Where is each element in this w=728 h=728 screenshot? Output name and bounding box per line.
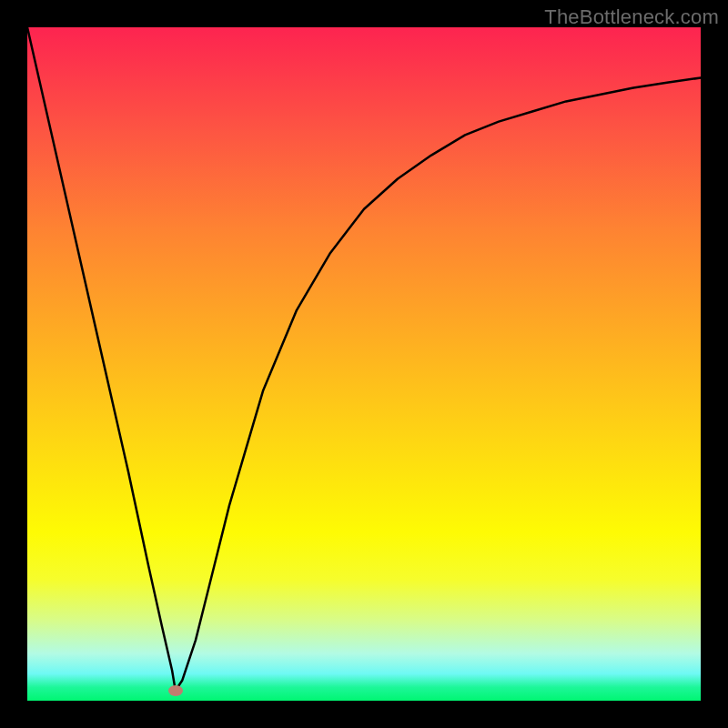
watermark-text: TheBottleneck.com [544, 5, 719, 29]
marker-dot [168, 685, 183, 696]
chart-plot-area [27, 27, 701, 701]
chart-frame: TheBottleneck.com [0, 0, 728, 728]
curve-svg [27, 27, 701, 701]
curve-path [27, 27, 701, 691]
